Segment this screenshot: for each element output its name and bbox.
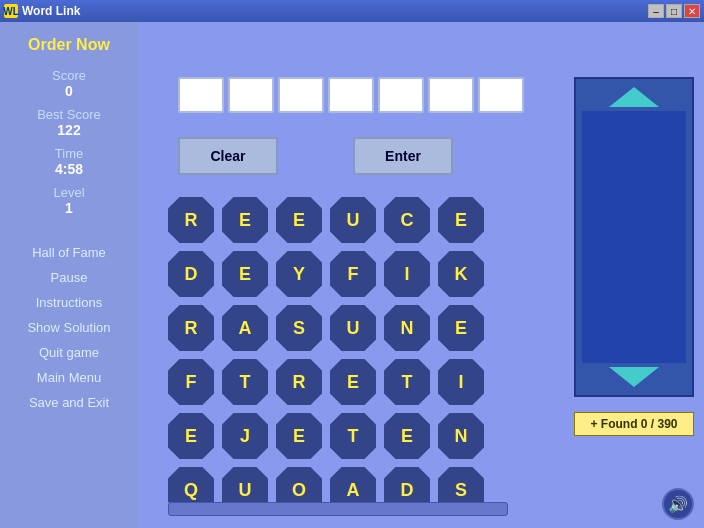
letter-cell-15[interactable]: U	[330, 305, 376, 351]
show-solution-button[interactable]: Show Solution	[0, 315, 138, 340]
word-box-4[interactable]	[328, 77, 374, 113]
best-score-label: Best Score	[37, 107, 101, 122]
letter-cell-21[interactable]: E	[330, 359, 376, 405]
scroll-up-arrow[interactable]	[609, 87, 659, 107]
letter-cell-6[interactable]: D	[168, 251, 214, 297]
letter-cell-24[interactable]: E	[168, 413, 214, 459]
bottom-scrollbar[interactable]	[168, 502, 508, 516]
letter-cell-4[interactable]: C	[384, 197, 430, 243]
hall-of-fame-button[interactable]: Hall of Fame	[0, 240, 138, 265]
maximize-button[interactable]: □	[666, 4, 682, 18]
scroll-panel	[574, 77, 694, 397]
letter-cell-17[interactable]: E	[438, 305, 484, 351]
main-menu-button[interactable]: Main Menu	[0, 365, 138, 390]
panel-content	[582, 111, 686, 363]
time-value: 4:58	[55, 161, 83, 177]
score-section: Score 0	[52, 68, 86, 99]
pause-button[interactable]: Pause	[0, 265, 138, 290]
score-label: Score	[52, 68, 86, 83]
letter-cell-10[interactable]: I	[384, 251, 430, 297]
letter-cell-3[interactable]: U	[330, 197, 376, 243]
level-section: Level 1	[53, 185, 84, 216]
sidebar: Order Now Score 0 Best Score 122 Time 4:…	[0, 22, 138, 528]
letter-cell-13[interactable]: A	[222, 305, 268, 351]
score-value: 0	[52, 83, 86, 99]
word-box-1[interactable]	[178, 77, 224, 113]
level-label: Level	[53, 185, 84, 200]
title-bar-title: Word Link	[22, 4, 80, 18]
letter-cell-5[interactable]: E	[438, 197, 484, 243]
word-box-6[interactable]	[428, 77, 474, 113]
word-box-7[interactable]	[478, 77, 524, 113]
best-score-value: 122	[37, 122, 101, 138]
letter-cell-8[interactable]: Y	[276, 251, 322, 297]
time-label: Time	[55, 146, 83, 161]
letter-grid: REEUCEDEYFIKRASUNEFTRETIEJETENQUOADS	[168, 197, 488, 517]
title-bar-left: WL Word Link	[4, 4, 80, 18]
word-box-3[interactable]	[278, 77, 324, 113]
letter-cell-26[interactable]: E	[276, 413, 322, 459]
letter-cell-20[interactable]: R	[276, 359, 322, 405]
letter-cell-25[interactable]: J	[222, 413, 268, 459]
volume-icon: 🔊	[668, 495, 688, 514]
letter-cell-27[interactable]: T	[330, 413, 376, 459]
instructions-button[interactable]: Instructions	[0, 290, 138, 315]
letter-cell-1[interactable]: E	[222, 197, 268, 243]
minimize-button[interactable]: –	[648, 4, 664, 18]
title-bar: WL Word Link – □ ✕	[0, 0, 704, 22]
save-and-exit-button[interactable]: Save and Exit	[0, 390, 138, 415]
main-area: Clear Enter REEUCEDEYFIKRASUNEFTRETIEJET…	[138, 22, 704, 528]
letter-cell-28[interactable]: E	[384, 413, 430, 459]
letter-cell-11[interactable]: K	[438, 251, 484, 297]
letter-cell-29[interactable]: N	[438, 413, 484, 459]
letter-cell-18[interactable]: F	[168, 359, 214, 405]
letter-cell-16[interactable]: N	[384, 305, 430, 351]
order-now-button[interactable]: Order Now	[0, 32, 138, 58]
letter-cell-22[interactable]: T	[384, 359, 430, 405]
close-button[interactable]: ✕	[684, 4, 700, 18]
word-box-5[interactable]	[378, 77, 424, 113]
letter-cell-12[interactable]: R	[168, 305, 214, 351]
word-box-2[interactable]	[228, 77, 274, 113]
title-bar-buttons: – □ ✕	[648, 4, 700, 18]
clear-button[interactable]: Clear	[178, 137, 278, 175]
letter-cell-2[interactable]: E	[276, 197, 322, 243]
level-value: 1	[53, 200, 84, 216]
quit-game-button[interactable]: Quit game	[0, 340, 138, 365]
best-score-section: Best Score 122	[37, 107, 101, 138]
scroll-down-arrow[interactable]	[609, 367, 659, 387]
letter-cell-7[interactable]: E	[222, 251, 268, 297]
time-section: Time 4:58	[55, 146, 83, 177]
app-icon: WL	[4, 4, 18, 18]
word-boxes	[178, 77, 524, 113]
volume-button[interactable]: 🔊	[662, 488, 694, 520]
letter-cell-9[interactable]: F	[330, 251, 376, 297]
letter-cell-14[interactable]: S	[276, 305, 322, 351]
enter-button[interactable]: Enter	[353, 137, 453, 175]
letter-cell-0[interactable]: R	[168, 197, 214, 243]
letter-cell-23[interactable]: I	[438, 359, 484, 405]
letter-cell-19[interactable]: T	[222, 359, 268, 405]
found-status: + Found 0 / 390	[574, 412, 694, 436]
